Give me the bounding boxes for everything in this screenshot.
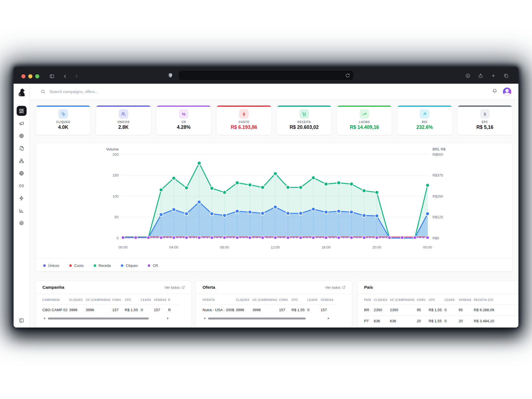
svg-text:20:00: 20:00 bbox=[372, 245, 382, 249]
chart-legend: ÚnicosCustoReceitaCliquesCR bbox=[36, 258, 512, 272]
stat-card-únicos[interactable]: ÚNICOS2.8K bbox=[96, 105, 151, 135]
sidebar-item-bar-chart[interactable] bbox=[17, 206, 27, 216]
stat-card-roi[interactable]: ROI232.6% bbox=[397, 105, 452, 135]
legend-dot bbox=[121, 264, 123, 267]
scrollbar-thumb[interactable] bbox=[208, 318, 306, 319]
stat-card-cliques[interactable]: CLIQUES4.0K bbox=[35, 105, 91, 135]
legend-dot bbox=[148, 264, 150, 267]
external-link-icon bbox=[342, 286, 346, 289]
app-header bbox=[30, 84, 518, 100]
url-bar[interactable] bbox=[179, 71, 353, 80]
scroll-right-arrow[interactable] bbox=[328, 317, 329, 319]
arrow-up-right-icon bbox=[420, 109, 429, 119]
downloads-button[interactable] bbox=[464, 71, 472, 80]
back-button[interactable] bbox=[61, 72, 69, 80]
stat-card-receita[interactable]: RECEITAR$ 20.603,02 bbox=[277, 105, 332, 135]
card-title: País bbox=[364, 285, 373, 290]
stat-accent-bar bbox=[216, 106, 271, 107]
stat-accent-bar bbox=[277, 106, 332, 107]
sidebar-item-link[interactable] bbox=[17, 181, 27, 191]
stat-cards-row: CLIQUES4.0KÚNICOS2.8K%CR4.28%$CUSTOR$ 6.… bbox=[35, 105, 513, 135]
cart-icon bbox=[300, 109, 309, 119]
minimize-window-button[interactable] bbox=[28, 74, 32, 78]
close-window-button[interactable] bbox=[21, 74, 25, 78]
horizontal-scrollbar[interactable] bbox=[44, 317, 169, 320]
scrollbar-thumb[interactable] bbox=[48, 318, 149, 319]
tab-overview-button[interactable] bbox=[502, 71, 510, 80]
stat-card-epc[interactable]: $EPCR$ 5,16 bbox=[457, 105, 513, 135]
dog-logo[interactable] bbox=[17, 88, 26, 97]
dashboard-app: CLIQUES4.0KÚNICOS2.8K%CR4.28%$CUSTOR$ 6.… bbox=[14, 84, 518, 328]
legend-item-receita[interactable]: Receita bbox=[94, 264, 111, 268]
scroll-right-arrow[interactable] bbox=[167, 317, 169, 319]
user-avatar[interactable] bbox=[503, 88, 511, 96]
sidebar-item-file-code[interactable] bbox=[17, 143, 27, 153]
users-icon bbox=[119, 109, 128, 119]
sidebar-item-target[interactable] bbox=[17, 131, 27, 141]
dollar-icon: $ bbox=[239, 109, 249, 119]
percent-icon: % bbox=[179, 109, 188, 119]
notifications-bell-icon[interactable] bbox=[492, 88, 497, 95]
stat-value: 4.28% bbox=[177, 124, 191, 130]
column-header: CONV. bbox=[112, 294, 125, 305]
column-header: CPC bbox=[291, 294, 307, 305]
legend-label: Receita bbox=[99, 264, 111, 268]
stat-card-custo[interactable]: $CUSTOR$ 6.193,86 bbox=[216, 105, 272, 135]
view-all-link[interactable]: Ver todos bbox=[325, 285, 346, 290]
card-title: Oferta bbox=[203, 285, 215, 290]
scroll-left-arrow[interactable] bbox=[204, 317, 205, 319]
stat-accent-bar bbox=[337, 106, 392, 107]
sidebar-item-settings[interactable] bbox=[17, 218, 27, 228]
stat-card-lucro[interactable]: LUCROR$ 14.409,16 bbox=[337, 105, 392, 135]
legend-label: Únicos bbox=[48, 264, 59, 268]
stat-label: CUSTO bbox=[239, 121, 249, 124]
column-header: VENDAS bbox=[154, 294, 168, 305]
legend-dot bbox=[43, 264, 46, 267]
scrollbar-track[interactable] bbox=[47, 317, 165, 319]
scrollbar-track[interactable] bbox=[207, 317, 326, 319]
horizontal-scrollbar[interactable] bbox=[204, 317, 329, 320]
data-table: OFERTACLIQUESUC (CAMPANHA)CONV.CPCLEADSV… bbox=[203, 294, 336, 315]
cursor-click-icon bbox=[58, 109, 68, 119]
stat-accent-bar bbox=[156, 106, 211, 107]
sidebar-item-dashboard[interactable] bbox=[17, 106, 27, 116]
stat-accent-bar bbox=[457, 106, 512, 107]
share-button[interactable] bbox=[476, 71, 485, 80]
svg-text:Volume: Volume bbox=[106, 147, 119, 151]
external-link-icon bbox=[181, 286, 185, 289]
table-row[interactable]: PT63663620R$ 1,55020R$ 3.484,10 bbox=[364, 316, 518, 327]
sidebar-toggle-icon[interactable] bbox=[48, 72, 56, 80]
sidebar-item-megaphone[interactable] bbox=[17, 118, 27, 128]
svg-text:R$500: R$500 bbox=[433, 152, 443, 157]
legend-item-cliques[interactable]: Cliques bbox=[121, 264, 138, 268]
scroll-left-arrow[interactable] bbox=[44, 317, 45, 319]
svg-text:R$375: R$375 bbox=[433, 173, 443, 177]
legend-item-custo[interactable]: Custo bbox=[69, 264, 84, 268]
column-header: VENDAS bbox=[459, 294, 474, 305]
view-all-link[interactable]: Ver todos bbox=[165, 285, 185, 290]
stat-label: CLIQUES bbox=[56, 121, 70, 124]
legend-item-cr[interactable]: CR bbox=[148, 264, 158, 268]
search-input[interactable] bbox=[49, 89, 165, 94]
stat-card-cr[interactable]: %CR4.28% bbox=[156, 105, 211, 135]
new-tab-button[interactable] bbox=[489, 71, 497, 80]
data-table: PAÍSCLIQUESUC (CAMPANHA)CONV.CPCLEADSVEN… bbox=[364, 294, 518, 327]
table-row[interactable]: Nutra - USA - 200$39963996157R$ 1,550157 bbox=[203, 305, 336, 316]
sidebar-collapse-icon[interactable] bbox=[19, 318, 24, 324]
sidebar-item-zap[interactable] bbox=[17, 193, 27, 203]
sidebar-item-globe[interactable] bbox=[17, 168, 27, 178]
browser-titlebar bbox=[14, 66, 518, 84]
stat-value: 4.0K bbox=[58, 124, 68, 130]
sidebar-item-hierarchy[interactable] bbox=[17, 156, 27, 166]
reload-button[interactable] bbox=[343, 71, 352, 80]
table-row[interactable]: BR2350235095R$ 1,55095R$ 9.288,09 bbox=[364, 305, 518, 316]
legend-item-únicos[interactable]: Únicos bbox=[43, 264, 59, 268]
forward-button[interactable] bbox=[72, 72, 80, 80]
column-header: CONV. bbox=[417, 294, 429, 305]
stat-label: LUCRO bbox=[359, 121, 370, 124]
stat-accent-bar bbox=[36, 106, 91, 107]
column-header: LEADS bbox=[444, 294, 459, 305]
zoom-window-button[interactable] bbox=[35, 74, 39, 78]
table-row[interactable]: CBO CAMP 0239963996157R$ 1,550157R bbox=[42, 305, 179, 316]
column-header: CPC bbox=[429, 294, 444, 305]
